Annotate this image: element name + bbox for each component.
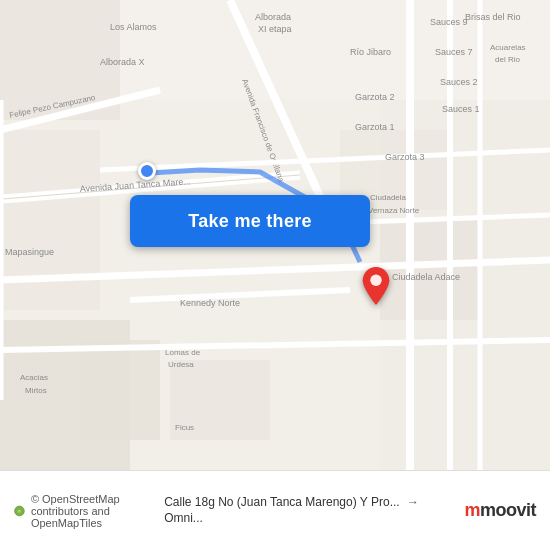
route-from-text: Calle 18g No (Juan Tanca Marengo) Y Pro.… <box>164 495 399 509</box>
svg-text:Urdesa: Urdesa <box>168 360 194 369</box>
arrow-icon: → <box>407 495 419 509</box>
svg-text:Ciudadela Adace: Ciudadela Adace <box>392 272 460 282</box>
moovit-section: mmoovit <box>464 500 536 521</box>
attribution-section: © © OpenStreetMap contributors and OpenM… <box>14 493 164 529</box>
destination-marker <box>360 265 392 309</box>
svg-text:Río Jibaro: Río Jibaro <box>350 47 391 57</box>
route-section: Calle 18g No (Juan Tanca Marengo) Y Pro.… <box>164 495 464 526</box>
svg-text:Sauces 2: Sauces 2 <box>440 77 478 87</box>
svg-text:Ficus: Ficus <box>175 423 194 432</box>
svg-text:Sauces 7: Sauces 7 <box>435 47 473 57</box>
take-me-there-button[interactable]: Take me there <box>130 195 370 247</box>
map-container: Avenida Juan Tanca Mare... Felipe Pezo C… <box>0 0 550 470</box>
svg-text:Lomas de: Lomas de <box>165 348 201 357</box>
svg-text:Sauces 9: Sauces 9 <box>430 17 468 27</box>
moovit-logo: mmoovit <box>464 500 536 521</box>
svg-text:Kennedy Norte: Kennedy Norte <box>180 298 240 308</box>
svg-rect-7 <box>380 220 480 320</box>
route-to-text: Omni... <box>164 511 203 525</box>
svg-text:Alborada X: Alborada X <box>100 57 145 67</box>
svg-text:Los Alamos: Los Alamos <box>110 22 157 32</box>
svg-rect-2 <box>0 130 100 310</box>
svg-text:Brisas del Rio: Brisas del Rio <box>465 12 521 22</box>
svg-point-51 <box>370 275 381 286</box>
svg-text:Sauces 1: Sauces 1 <box>442 104 480 114</box>
svg-text:Acacias: Acacias <box>20 373 48 382</box>
svg-text:Alborada: Alborada <box>255 12 291 22</box>
svg-text:Garzota 3: Garzota 3 <box>385 152 425 162</box>
bottom-bar: © © OpenStreetMap contributors and OpenM… <box>0 470 550 550</box>
svg-rect-8 <box>80 340 160 440</box>
attribution-text: © OpenStreetMap contributors and OpenMap… <box>31 493 164 529</box>
svg-text:Ciudadela: Ciudadela <box>370 193 407 202</box>
svg-text:XI etapa: XI etapa <box>258 24 292 34</box>
svg-text:Vernaza Norte: Vernaza Norte <box>368 206 420 215</box>
svg-text:Garzota 2: Garzota 2 <box>355 92 395 102</box>
osm-logo-icon: © <box>14 501 25 521</box>
svg-text:Mirtos: Mirtos <box>25 386 47 395</box>
svg-text:del Rio: del Rio <box>495 55 520 64</box>
take-me-there-label: Take me there <box>188 211 312 232</box>
origin-marker <box>138 162 156 180</box>
svg-text:Garzota 1: Garzota 1 <box>355 122 395 132</box>
svg-text:Acuarelas: Acuarelas <box>490 43 526 52</box>
svg-text:Mapasingue: Mapasingue <box>5 247 54 257</box>
